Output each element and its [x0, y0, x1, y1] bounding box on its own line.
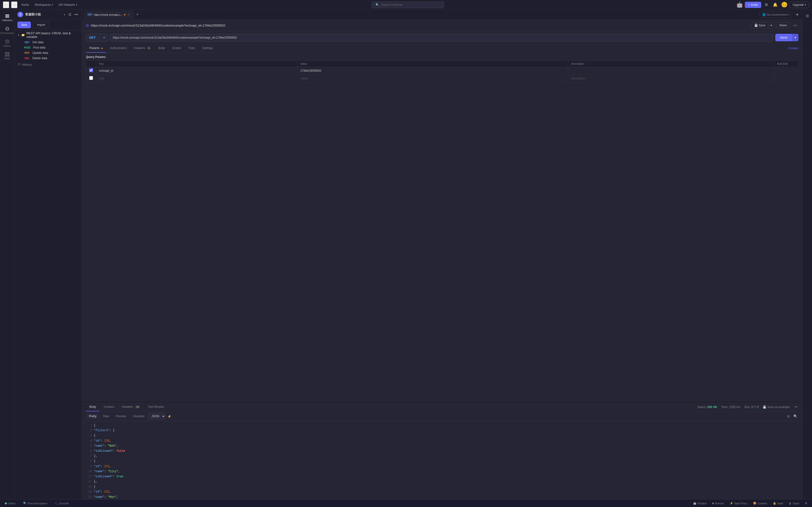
format-preview[interactable]: Preview — [113, 413, 129, 419]
upgrade-button[interactable]: Upgrade ▾ — [790, 2, 809, 8]
share-button[interactable]: Share — [776, 22, 790, 29]
workspace-name: 客服部小组 — [25, 12, 41, 17]
resp-tab-test-results[interactable]: Test Results — [145, 403, 167, 411]
send-button-group: Send ▾ — [775, 34, 799, 41]
send-dropdown-button[interactable]: ▾ — [792, 34, 799, 41]
save-as-example-button[interactable]: 💾 Save as example — [763, 405, 790, 409]
copy-response-button[interactable]: ⧉ — [786, 413, 791, 419]
tab-scripts[interactable]: Scripts — [169, 44, 185, 53]
json-plain: : — [101, 465, 104, 468]
back-button[interactable]: ← — [3, 1, 9, 8]
invite-button[interactable]: + Invite — [745, 2, 761, 8]
param-description-1[interactable] — [568, 67, 774, 74]
headers-badge: 6 — [147, 47, 151, 50]
json-plain: : — [113, 449, 116, 453]
method-arrow: ▾ — [103, 36, 105, 39]
format-visualize[interactable]: Visualize — [130, 413, 147, 419]
send-button[interactable]: Send — [775, 34, 792, 41]
response-more-button[interactable]: ••• — [794, 404, 799, 410]
api-item-post-data[interactable]: POST Post data — [14, 45, 82, 50]
vault-button[interactable]: 🔒 Vault — [771, 501, 785, 506]
api-item-del-data[interactable]: DEL Delete data — [14, 56, 82, 61]
param-key-placeholder[interactable]: Key — [96, 74, 298, 82]
console-button[interactable]: >_ Console — [53, 501, 71, 506]
json-plain: , — [109, 465, 111, 468]
cookies-link[interactable]: Cookies — [788, 47, 799, 50]
search-bar[interactable]: 🔍 Search Postman — [371, 1, 444, 8]
trash-button[interactable]: 🗑 Trash — [787, 501, 801, 506]
param-checkbox-1[interactable] — [89, 68, 93, 72]
sidebar-item-flows[interactable]: Flows — [1, 50, 13, 62]
import-button[interactable]: Import — [33, 21, 49, 28]
sidebar-item-environments[interactable]: Environments — [1, 24, 13, 36]
collections-label: Collections — [2, 19, 12, 21]
tab-params[interactable]: Params — [86, 44, 106, 53]
resp-tab-headers[interactable]: Headers 19 — [119, 403, 144, 411]
environment-selector[interactable]: 🌐 No environment ▾ — [760, 12, 792, 18]
right-sidebar-icon-1[interactable]: ⊞ — [804, 12, 811, 20]
runner-button[interactable]: ▶ Runner — [711, 501, 726, 506]
filter-button[interactable]: ☰ — [67, 12, 72, 17]
api-item-put-data[interactable]: PUT Update data — [14, 50, 82, 56]
add-collection-button[interactable]: + — [63, 12, 66, 17]
api-item-get-data[interactable]: GET Get data — [14, 40, 82, 45]
grid-button[interactable]: ⊞ — [803, 501, 809, 506]
param-value-1[interactable]: 1794e23f35f002 — [297, 67, 568, 74]
method-badge-put: PUT — [23, 51, 31, 55]
workspaces-nav[interactable]: Workspaces ▾ — [33, 2, 55, 7]
request-tab-active[interactable]: GET https://mock.echoapi.c... ✕ — [84, 11, 134, 19]
postbot-button[interactable]: 🤖 Postbot — [691, 501, 708, 506]
home-nav[interactable]: Home — [19, 2, 31, 7]
filter-icon[interactable]: ⚡ — [166, 413, 172, 419]
tab-headers[interactable]: Headers 6 — [131, 44, 154, 53]
status-online[interactable]: Online — [3, 501, 17, 506]
json-plain: , — [118, 470, 120, 473]
more-options-button[interactable]: ••• — [73, 12, 79, 17]
settings-button[interactable]: ⚙ — [763, 1, 769, 8]
sidebar-section-history[interactable]: ⏱ History — [14, 61, 82, 68]
method-selector[interactable]: GET ▾ — [86, 34, 108, 42]
notifications-button[interactable]: 🔔 — [771, 1, 779, 8]
resp-tab-cookies[interactable]: Cookies — [100, 403, 117, 411]
param-value-placeholder[interactable]: Value — [297, 74, 568, 82]
method-badge-post: POST — [23, 46, 32, 49]
param-desc-placeholder[interactable]: Description — [568, 74, 774, 82]
save-dropdown-button[interactable]: ▾ — [768, 22, 774, 29]
url-input[interactable] — [110, 34, 773, 42]
add-tab-button[interactable]: + — [134, 11, 141, 18]
tab-authorization[interactable]: Authorization — [107, 44, 130, 53]
json-plain: : — [104, 495, 108, 499]
line-number: 3 — [86, 433, 92, 438]
collection-item[interactable]: ▼ 📁 REST API basics: CRUD, test & variab… — [14, 31, 82, 40]
sidebar-item-collections[interactable]: Collections — [1, 12, 13, 23]
json-plain: , — [109, 439, 111, 443]
format-pretty[interactable]: Pretty — [86, 413, 99, 419]
tab-tests[interactable]: Tests — [185, 44, 198, 53]
size-value: 877 B — [751, 405, 759, 409]
environment-eye-button[interactable]: 👁 — [794, 11, 800, 18]
search-response-button[interactable]: 🔍 — [793, 413, 799, 419]
resp-tab-body[interactable]: Body — [86, 403, 99, 411]
start-proxy-button[interactable]: ⚡ Start Proxy — [728, 501, 749, 506]
json-format-select[interactable]: JSON XML HTML — [148, 413, 165, 419]
code-button[interactable]: </> — [792, 23, 799, 28]
json-number: 222 — [104, 490, 109, 494]
postbot-icon: 🤖 — [693, 502, 697, 505]
param-key-1[interactable]: echoapi_id — [96, 67, 298, 74]
json-line: 8 { — [82, 459, 802, 464]
save-icon: 💾 — [763, 405, 766, 409]
tab-settings[interactable]: Settings — [199, 44, 216, 53]
find-replace-button[interactable]: 🔍 Find and replace — [21, 501, 49, 506]
sidebar-item-history[interactable]: History — [1, 37, 13, 49]
new-button[interactable]: New — [17, 21, 31, 28]
cookies-status-button[interactable]: 🍪 Cookies — [751, 501, 769, 506]
format-raw[interactable]: Raw — [100, 413, 112, 419]
bulk-edit-button[interactable]: Bulk Edit — [777, 62, 795, 65]
param-checkbox-p[interactable] — [89, 76, 93, 80]
api-network-nav[interactable]: API Network ▾ — [57, 2, 79, 7]
tab-body[interactable]: Body — [155, 44, 168, 53]
tab-close-button[interactable]: ✕ — [127, 12, 130, 17]
forward-button[interactable]: → — [11, 1, 17, 8]
line-content: "name": "City", — [94, 469, 799, 474]
save-button[interactable]: 💾 Save — [751, 22, 768, 29]
